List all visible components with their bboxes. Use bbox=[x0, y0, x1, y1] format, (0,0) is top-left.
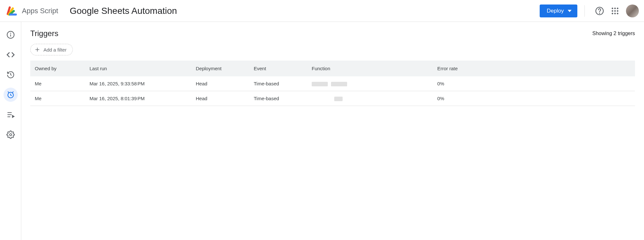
col-error-rate[interactable]: Error rate bbox=[433, 61, 635, 76]
logo-area[interactable]: Apps Script bbox=[5, 5, 58, 17]
sidebar-settings[interactable] bbox=[4, 128, 18, 142]
cell-last-run: Mar 16, 2025, 9:33:58 PM bbox=[85, 76, 191, 91]
svg-point-10 bbox=[617, 13, 618, 14]
col-last-run[interactable]: Last run bbox=[85, 61, 191, 76]
col-owned-by[interactable]: Owned by bbox=[30, 61, 85, 76]
svg-line-15 bbox=[8, 91, 9, 92]
table-row[interactable]: Me Mar 16, 2025, 8:01:39 PM Head Time-ba… bbox=[30, 91, 635, 106]
cell-deployment: Head bbox=[191, 91, 249, 106]
deploy-button[interactable]: Deploy bbox=[540, 5, 577, 17]
cell-error-rate: 0% bbox=[433, 91, 635, 106]
svg-point-2 bbox=[612, 8, 613, 9]
cell-error-rate: 0% bbox=[433, 76, 635, 91]
col-event[interactable]: Event bbox=[249, 61, 307, 76]
cell-deployment: Head bbox=[191, 76, 249, 91]
svg-point-4 bbox=[617, 8, 618, 9]
cell-last-run: Mar 16, 2025, 8:01:39 PM bbox=[85, 91, 191, 106]
gear-icon bbox=[6, 130, 15, 139]
svg-point-1 bbox=[599, 13, 600, 13]
svg-point-6 bbox=[614, 10, 616, 12]
info-icon bbox=[6, 31, 15, 39]
svg-point-9 bbox=[614, 13, 616, 14]
svg-point-5 bbox=[612, 10, 613, 12]
google-apps-button[interactable] bbox=[611, 6, 620, 15]
col-deployment[interactable]: Deployment bbox=[191, 61, 249, 76]
cell-event: Time-based bbox=[249, 76, 307, 91]
apps-script-logo-icon bbox=[5, 5, 17, 17]
svg-point-20 bbox=[9, 134, 12, 136]
app-header: Apps Script Google Sheets Automation Dep… bbox=[0, 0, 644, 22]
cell-function bbox=[307, 76, 433, 91]
account-avatar[interactable] bbox=[626, 5, 639, 17]
sidebar-triggers[interactable] bbox=[4, 88, 18, 102]
sidebar bbox=[0, 22, 21, 240]
cell-owned-by: Me bbox=[30, 91, 85, 106]
add-filter-button[interactable]: Add a filter bbox=[30, 44, 73, 55]
sidebar-executions[interactable] bbox=[4, 68, 18, 82]
svg-point-13 bbox=[10, 33, 11, 34]
svg-line-16 bbox=[12, 91, 13, 92]
divider bbox=[584, 5, 585, 17]
triggers-table: Owned by Last run Deployment Event Funct… bbox=[30, 61, 635, 106]
sidebar-editor[interactable] bbox=[4, 48, 18, 62]
history-icon bbox=[6, 71, 15, 79]
svg-point-8 bbox=[612, 13, 613, 14]
code-icon bbox=[6, 51, 15, 59]
svg-point-7 bbox=[617, 10, 618, 12]
apps-grid-icon bbox=[611, 7, 619, 15]
plus-icon bbox=[34, 47, 40, 53]
page-title: Triggers bbox=[30, 29, 58, 38]
main-content: Triggers Showing 2 triggers Add a filter… bbox=[21, 22, 644, 240]
deploy-label: Deploy bbox=[547, 8, 564, 14]
help-button[interactable] bbox=[595, 6, 604, 15]
app-name: Apps Script bbox=[22, 7, 58, 15]
trigger-count: Showing 2 triggers bbox=[592, 31, 635, 36]
sidebar-libraries[interactable] bbox=[4, 108, 18, 122]
cell-event: Time-based bbox=[249, 91, 307, 106]
table-header-row: Owned by Last run Deployment Event Funct… bbox=[30, 61, 635, 76]
col-function[interactable]: Function bbox=[307, 61, 433, 76]
sidebar-overview[interactable] bbox=[4, 28, 18, 42]
cell-function bbox=[307, 91, 433, 106]
table-row[interactable]: Me Mar 16, 2025, 9:33:58 PM Head Time-ba… bbox=[30, 76, 635, 91]
chevron-down-icon bbox=[568, 9, 572, 13]
cell-owned-by: Me bbox=[30, 76, 85, 91]
help-icon bbox=[595, 6, 604, 15]
alarm-clock-icon bbox=[6, 91, 15, 99]
list-play-icon bbox=[6, 110, 15, 119]
filter-label: Add a filter bbox=[43, 47, 67, 53]
svg-point-3 bbox=[614, 8, 616, 9]
project-title[interactable]: Google Sheets Automation bbox=[70, 6, 177, 16]
